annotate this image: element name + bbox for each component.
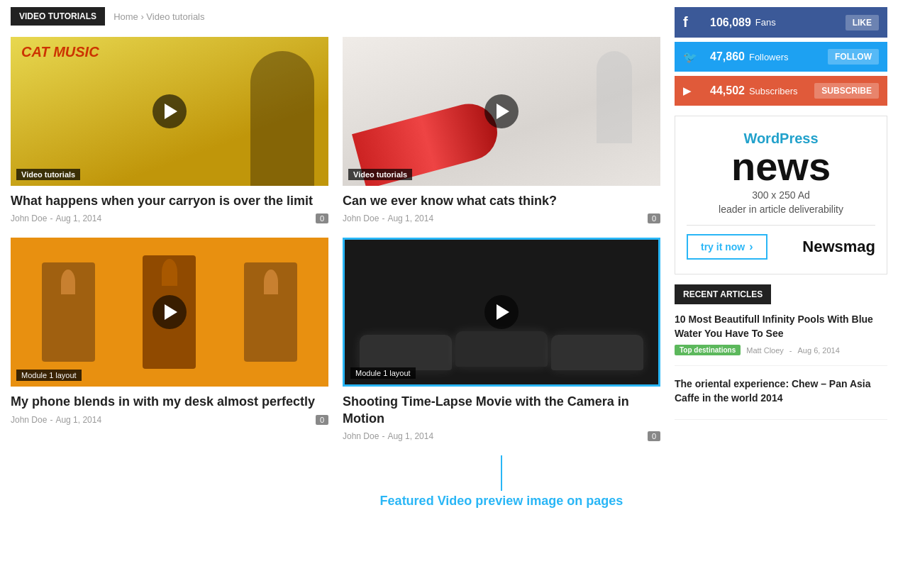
article-meta-2: John Doe - Aug 1, 2014 0	[343, 213, 660, 223]
recent-article-item-1: 10 Most Beautifull Infinity Pools With B…	[675, 313, 887, 366]
article-meta-3: John Doe - Aug 1, 2014 0	[11, 415, 328, 425]
social-twitter-box[interactable]: 🐦 47,860 Followers FOLLOW	[675, 42, 887, 72]
recent-articles-section: RECENT ARTICLES 10 Most Beautifull Infin…	[675, 284, 887, 420]
layout-label-3: Module 1 layout	[16, 370, 82, 381]
recent-article-title-1[interactable]: 10 Most Beautifull Infinity Pools With B…	[675, 313, 887, 340]
article-author-2: John Doe	[343, 213, 379, 223]
recent-article-title-2[interactable]: The oriental experience: Chew – Pan Asia…	[675, 377, 887, 405]
play-button-3[interactable]	[153, 295, 187, 329]
comment-badge-4: 0	[648, 431, 660, 441]
article-card-2: Video tutorials Can we ever know what ca…	[343, 37, 660, 223]
recent-author-1: Matt Cloey	[746, 346, 784, 355]
facebook-icon: f	[683, 14, 703, 30]
recent-article-item-2: The oriental experience: Chew – Pan Asia…	[675, 377, 887, 420]
twitter-count: 47,860	[710, 50, 745, 63]
article-thumb-4[interactable]: Module 1 layout	[343, 238, 660, 387]
article-card-4: Module 1 layout Shooting Time-Lapse Movi…	[343, 238, 660, 509]
youtube-label: Subscribers	[749, 86, 814, 96]
video-label-1: Video tutorials	[16, 169, 80, 180]
ad-try-arrow-icon: ›	[749, 240, 753, 253]
youtube-subscribe-button[interactable]: SUBSCRIBE	[814, 83, 879, 99]
twitter-label: Followers	[749, 52, 828, 62]
page-header: VIDEO TUTORIALS Home › Video tutorials	[11, 7, 660, 26]
play-button-1[interactable]	[153, 94, 187, 128]
facebook-like-button[interactable]: LIKE	[846, 15, 879, 30]
breadcrumb: Home › Video tutorials	[113, 11, 204, 22]
youtube-count: 44,502	[710, 84, 745, 97]
article-thumb-2[interactable]: Video tutorials	[343, 37, 660, 186]
recent-articles-header: RECENT ARTICLES	[675, 284, 771, 304]
comment-badge-2: 0	[648, 213, 660, 223]
sidebar: f 106,089 Fans LIKE 🐦 47,860 Followers F…	[675, 7, 887, 509]
article-meta-left-4: John Doe - Aug 1, 2014	[343, 431, 433, 441]
article-meta-4: John Doe - Aug 1, 2014 0	[343, 431, 660, 441]
article-card-1: CAT MUSIC Video tutorials What happens w…	[11, 37, 328, 223]
ad-sub-text: leader in article deliverability	[687, 204, 875, 215]
article-date-3: Aug 1, 2014	[55, 415, 101, 425]
article-title-2[interactable]: Can we ever know what cats think?	[343, 193, 660, 209]
article-meta-left-3: John Doe - Aug 1, 2014	[11, 415, 101, 425]
recent-date-1: Aug 6, 2014	[798, 346, 840, 355]
article-dash-3: -	[50, 415, 52, 425]
social-youtube-box[interactable]: ▶ 44,502 Subscribers SUBSCRIBE	[675, 76, 887, 106]
article-dash-4: -	[382, 431, 384, 441]
article-date-2: Aug 1, 2014	[387, 213, 433, 223]
ad-try-button[interactable]: try it now ›	[687, 234, 767, 260]
article-title-1[interactable]: What happens when your carryon is over t…	[11, 193, 328, 209]
annotation-arrow	[501, 455, 502, 491]
article-author-4: John Doe	[343, 431, 379, 441]
article-dash-2: -	[382, 213, 384, 223]
article-date-1: Aug 1, 2014	[55, 213, 101, 223]
facebook-count: 106,089	[710, 16, 751, 29]
recent-dash-1: -	[789, 346, 792, 355]
play-button-4[interactable]	[484, 295, 519, 329]
page-title-badge: VIDEO TUTORIALS	[11, 7, 105, 26]
ad-box: WordPress news 300 x 250 Ad leader in ar…	[675, 116, 887, 274]
twitter-follow-button[interactable]: FOLLOW	[828, 49, 879, 65]
main-content: VIDEO TUTORIALS Home › Video tutorials C…	[11, 7, 660, 509]
article-author-3: John Doe	[11, 415, 47, 425]
ad-news-label: news	[687, 147, 875, 187]
ad-bottom-row: try it now › Newsmag	[687, 225, 875, 260]
video-label-2: Video tutorials	[348, 169, 412, 180]
layout-label-4: Module 1 layout	[350, 367, 416, 379]
article-date-4: Aug 1, 2014	[387, 431, 433, 441]
ad-brand-label: Newsmag	[802, 238, 875, 256]
play-button-2[interactable]	[484, 94, 519, 128]
comment-badge-1: 0	[316, 213, 328, 223]
ad-size-text: 300 x 250 Ad	[687, 189, 875, 201]
annotation-text: Featured Video preview image on pages	[343, 494, 660, 509]
articles-grid: CAT MUSIC Video tutorials What happens w…	[11, 37, 660, 509]
article-meta-left-1: John Doe - Aug 1, 2014	[11, 213, 101, 223]
article-card-3: Module 1 layout My phone blends in with …	[11, 238, 328, 509]
twitter-icon: 🐦	[683, 50, 703, 64]
article-title-4[interactable]: Shooting Time-Lapse Movie with the Camer…	[343, 394, 660, 427]
facebook-label: Fans	[755, 17, 846, 28]
article-meta-1: John Doe - Aug 1, 2014 0	[11, 213, 328, 223]
recent-tag-1[interactable]: Top destinations	[675, 345, 741, 355]
recent-article-meta-1: Top destinations Matt Cloey - Aug 6, 201…	[675, 345, 887, 355]
ad-try-label: try it now	[701, 241, 745, 253]
article-dash-1: -	[50, 213, 52, 223]
article-thumb-3[interactable]: Module 1 layout	[11, 238, 328, 387]
comment-badge-3: 0	[316, 415, 328, 425]
article-title-3[interactable]: My phone blends in with my desk almost p…	[11, 394, 328, 410]
article-author-1: John Doe	[11, 213, 47, 223]
article-meta-left-2: John Doe - Aug 1, 2014	[343, 213, 433, 223]
social-facebook-box[interactable]: f 106,089 Fans LIKE	[675, 7, 887, 38]
article-thumb-1[interactable]: CAT MUSIC Video tutorials	[11, 37, 328, 186]
youtube-icon: ▶	[683, 85, 703, 96]
annotation-section: Featured Video preview image on pages	[343, 448, 660, 509]
